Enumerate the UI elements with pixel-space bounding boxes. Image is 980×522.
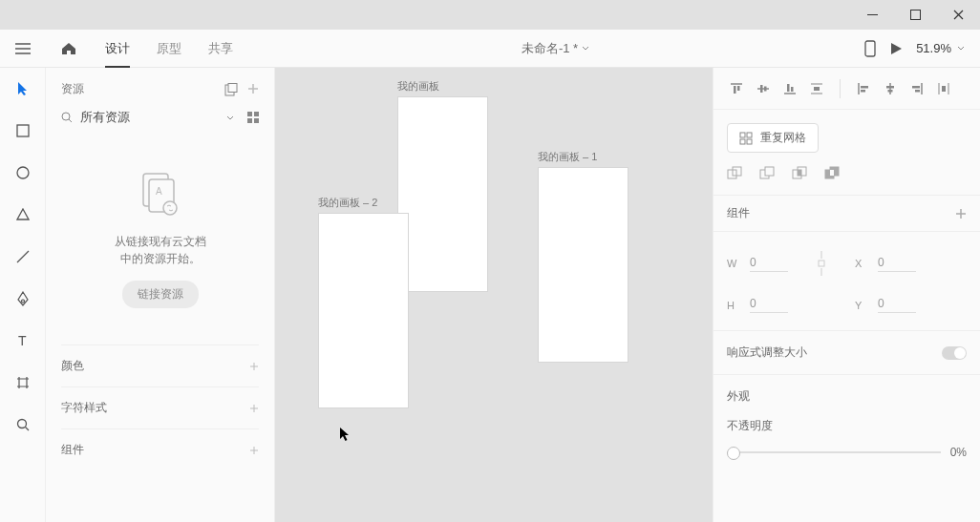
svg-rect-20 [760,85,763,93]
svg-rect-18 [734,86,736,94]
zoom-tool[interactable] [13,415,32,434]
tab-prototype[interactable]: 原型 [143,30,195,68]
rectangle-tool[interactable] [13,121,32,140]
link-assets-button[interactable]: 链接资源 [122,281,199,308]
height-field[interactable]: H0 [727,297,788,313]
lock-icon[interactable] [817,249,826,278]
window-minimize[interactable] [851,0,894,30]
assets-panel: 资源 所有资源 A 从链接现有云文档中的资源开始。 链接资源 颜色 字符样式 组… [46,68,275,522]
search-icon [61,112,73,123]
grid-icon [739,132,753,145]
pen-tool[interactable] [13,289,32,308]
add-icon[interactable] [247,83,259,96]
svg-rect-19 [737,86,740,91]
y-field[interactable]: Y0 [855,297,916,313]
tool-rail: T [0,68,46,522]
tab-design[interactable]: 设计 [92,30,143,68]
section-colors[interactable]: 颜色 [61,345,259,386]
svg-rect-25 [861,86,868,89]
bool-intersect[interactable] [792,166,807,181]
select-tool[interactable] [13,79,32,98]
align-left[interactable] [852,77,875,100]
library-icon[interactable] [224,83,238,96]
device-preview-button[interactable] [864,40,876,57]
width-field[interactable]: W0 [727,249,788,278]
hamburger-menu[interactable] [0,30,46,68]
cursor-icon [339,427,351,442]
svg-rect-1 [911,10,921,20]
svg-rect-27 [886,86,894,89]
align-hcenter[interactable] [879,77,902,100]
svg-point-17 [163,201,177,215]
section-charstyles[interactable]: 字符样式 [61,386,259,428]
opacity-value: 0% [950,446,967,459]
window-maximize[interactable] [894,0,937,30]
x-field[interactable]: X0 [855,249,916,278]
svg-rect-12 [247,118,252,123]
grid-view-toggle[interactable] [247,112,259,123]
svg-rect-11 [254,112,259,116]
appearance-title: 外观 [727,388,967,405]
opacity-slider[interactable] [727,451,941,453]
svg-point-6 [17,420,26,428]
bool-subtract[interactable] [759,166,775,181]
window-titlebar [0,0,980,30]
svg-rect-39 [765,167,774,176]
artboard[interactable] [538,167,628,363]
text-tool[interactable]: T [13,331,32,350]
align-bottom[interactable] [778,77,801,100]
align-top[interactable] [725,77,748,100]
line-tool[interactable] [13,247,32,266]
artboard-label[interactable]: 我的画板 [397,79,439,94]
canvas[interactable]: 我的画板 我的画板 – 1 我的画板 – 2 [275,68,713,522]
document-title[interactable]: 未命名-1 * [246,40,864,57]
bool-exclude[interactable] [824,166,840,181]
artboard-label[interactable]: 我的画板 – 1 [538,150,597,164]
svg-rect-8 [228,83,237,92]
svg-rect-21 [764,86,767,91]
svg-text:T: T [18,334,27,347]
window-close[interactable] [937,0,980,30]
add-component-button[interactable] [955,208,967,219]
svg-rect-0 [867,14,878,15]
align-vcenter[interactable] [752,77,775,100]
assets-empty-state: A 从链接现有云文档中的资源开始。 链接资源 [61,145,259,327]
home-button[interactable] [46,30,92,68]
bool-union[interactable] [727,166,742,181]
repeat-grid-button[interactable]: 重复网格 [727,123,819,153]
align-right[interactable] [905,77,928,100]
svg-rect-45 [830,170,834,176]
play-button[interactable] [889,42,903,55]
artboard[interactable] [397,96,488,292]
components-section: 组件 [714,196,980,232]
align-row [714,68,980,110]
svg-rect-10 [247,112,252,116]
svg-rect-26 [861,90,865,93]
svg-rect-31 [942,86,946,92]
section-components[interactable]: 组件 [61,428,259,470]
document-title-text: 未命名-1 * [522,40,578,57]
ellipse-tool[interactable] [13,163,32,182]
svg-rect-35 [747,139,752,144]
distribute-v[interactable] [805,77,828,100]
svg-rect-42 [798,170,801,176]
asset-filter[interactable]: 所有资源 [61,109,259,126]
tab-share[interactable]: 共享 [195,30,246,68]
transform-section: W0 X0 H0 Y0 [714,232,980,331]
artboard[interactable] [318,213,409,408]
svg-rect-23 [791,87,794,92]
artboard-label[interactable]: 我的画板 – 2 [318,196,377,210]
opacity-label: 不透明度 [727,418,967,434]
responsive-resize-row: 响应式调整大小 [714,331,980,375]
zoom-dropdown[interactable]: 51.9% [916,41,965,55]
distribute-h[interactable] [932,77,955,100]
polygon-tool[interactable] [13,205,32,224]
asset-filter-label: 所有资源 [80,109,219,126]
svg-rect-29 [912,86,920,89]
artboard-tool[interactable] [13,373,32,392]
chevron-down-icon [582,46,589,51]
svg-rect-22 [787,84,790,92]
svg-point-4 [17,167,29,178]
chevron-down-icon [957,46,965,51]
responsive-toggle[interactable] [942,346,967,360]
